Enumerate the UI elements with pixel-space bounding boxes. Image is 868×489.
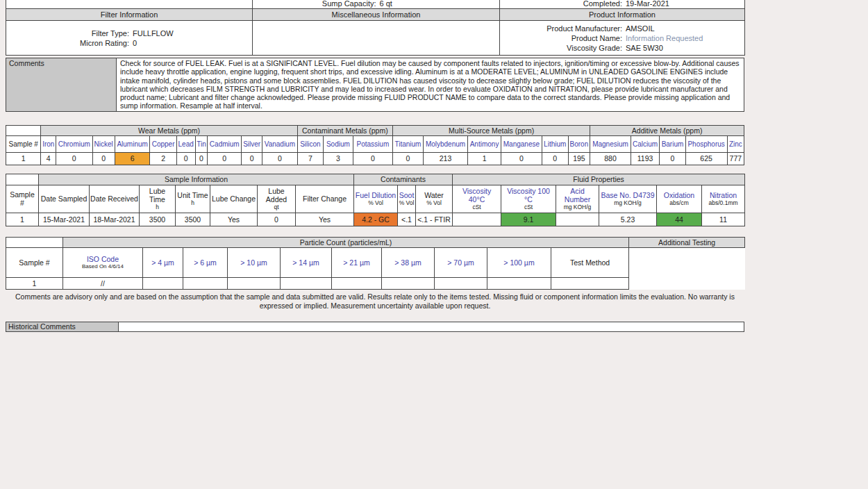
value-water: <.1 - FTIR <box>416 213 453 226</box>
section-filter-information: Filter Information <box>6 9 253 21</box>
product-info-cell: Product Manufacturer:AMSOIL Product Name… <box>500 21 745 56</box>
section-miscellaneous-information: Miscellaneous Information <box>253 9 500 21</box>
group-wear-metals: Wear Metals (ppm) <box>41 125 297 135</box>
micron-rating-value: 0 <box>129 38 251 48</box>
value-silicon: 7 <box>297 152 323 165</box>
value-gt21um <box>332 277 382 289</box>
col-gt4um: > 4 µm <box>143 247 183 277</box>
col-zinc: Zinc <box>727 135 744 152</box>
sample-number-header: Sample # <box>6 247 63 277</box>
value-viscosity-40 <box>453 213 501 226</box>
additional-testing-area <box>629 247 745 289</box>
table-row: Filter Information Miscellaneous Informa… <box>6 9 745 21</box>
group-fluid-properties: Fluid Properties <box>453 174 745 185</box>
col-nickel: Nickel <box>92 135 115 152</box>
particle-count-table: Particle Count (particles/mL) Additional… <box>6 237 745 290</box>
historical-comments-value <box>119 322 744 331</box>
col-lead: Lead <box>176 135 195 152</box>
product-manufacturer-label: Product Manufacturer: <box>501 24 622 33</box>
filter-info-cell: Filter Type:FULLFLOW Micron Rating:0 <box>6 21 253 56</box>
value-zinc: 777 <box>727 152 744 165</box>
sample-number-value: 1 <box>6 277 63 289</box>
value-lead: 0 <box>176 152 195 165</box>
col-barium: Barium <box>660 135 685 152</box>
col-gt6um: > 6 µm <box>183 247 228 277</box>
value-lithium: 0 <box>542 152 568 165</box>
disclaimer-text: Comments are advisory only and are based… <box>6 292 744 310</box>
value-molybdenum: 213 <box>423 152 467 165</box>
table-row: 1 4 0 0 6 2 0 0 0 0 0 7 3 0 0 213 1 0 0 … <box>6 152 744 165</box>
value-lube-change: Yes <box>210 213 258 226</box>
sample-number-header: Sample # <box>6 185 39 213</box>
group-sample-information: Sample Information <box>39 174 354 185</box>
col-nitration: Nitrationabs/0.1mm <box>702 185 745 213</box>
completed-cell: Completed:19-Mar-2021 <box>500 0 745 9</box>
col-lube-added: Lube Addedqt <box>258 185 296 213</box>
col-silver: Silver <box>242 135 262 152</box>
product-name-value: Information Requested <box>622 33 743 43</box>
col-chromium: Chromium <box>56 135 92 152</box>
col-lube-time: Lube Timeh <box>140 185 176 213</box>
col-phosphorus: Phosphorus <box>685 135 727 152</box>
col-magnesium: Magnesium <box>590 135 631 152</box>
value-gt6um <box>183 277 228 289</box>
product-name-label: Product Name: <box>501 33 622 43</box>
value-fuel-dilution: 4.2 - GC <box>354 213 398 226</box>
historical-comments-section: Historical Comments <box>6 322 744 332</box>
value-oxidation: 44 <box>657 213 702 226</box>
sump-capacity-cell: Sump Capacity:6 qt <box>253 0 500 9</box>
table-row: Sample # Iron Chromium Nickel Aluminum C… <box>6 135 744 152</box>
value-gt4um <box>143 277 183 289</box>
col-fuel-dilution: Fuel Dilution% Vol <box>354 185 398 213</box>
value-manganese: 0 <box>501 152 542 165</box>
col-filter-change: Filter Change <box>296 185 354 213</box>
table-row: Wear Metals (ppm) Contaminant Metals (pp… <box>6 125 744 135</box>
col-iso-code: ISO CodeBased On 4/6/14 <box>63 247 143 277</box>
value-gt100um <box>487 277 551 289</box>
value-base-number: 5.23 <box>599 213 657 226</box>
col-date-sampled: Date Sampled <box>39 185 90 213</box>
col-date-received: Date Received <box>90 185 140 213</box>
table-row: Filter Type:FULLFLOW Micron Rating:0 Pro… <box>6 21 745 56</box>
col-base-number: Base No. D4739mg KOH/g <box>599 185 657 213</box>
col-titanium: Titanium <box>393 135 424 152</box>
col-manganese: Manganese <box>501 135 542 152</box>
product-manufacturer-value: AMSOIL <box>622 24 743 33</box>
value-calcium: 1193 <box>631 152 660 165</box>
col-gt21um: > 21 µm <box>332 247 382 277</box>
completed-value: 19-Mar-2021 <box>622 0 744 8</box>
col-unit-time: Unit Timeh <box>176 185 210 213</box>
empty-cell <box>6 174 39 185</box>
viscosity-grade-value: SAE 5W30 <box>622 43 743 53</box>
value-barium: 0 <box>660 152 685 165</box>
value-titanium: 0 <box>393 152 424 165</box>
value-gt10um <box>228 277 281 289</box>
col-sodium: Sodium <box>324 135 353 152</box>
value-boron: 195 <box>568 152 590 165</box>
completed-label: Completed: <box>500 0 622 8</box>
value-soot: <.1 <box>398 213 416 226</box>
oil-analysis-report-page: Sump Capacity:6 qt Completed:19-Mar-2021… <box>0 0 868 489</box>
col-gt70um: > 70 µm <box>435 247 487 277</box>
col-calcium: Calcium <box>631 135 660 152</box>
filter-type-label: Filter Type: <box>8 28 129 38</box>
col-tin: Tin <box>195 135 208 152</box>
value-gt38um <box>382 277 435 289</box>
comments-text: Check for source of FUEL LEAK. Fuel is a… <box>117 58 744 112</box>
table-row: Sample # Date Sampled Date Received Lube… <box>6 185 745 213</box>
group-contaminant-metals: Contaminant Metals (ppm) <box>297 125 392 135</box>
value-copper: 2 <box>150 152 176 165</box>
section-product-information: Product Information <box>500 9 745 21</box>
col-soot: Soot% Vol <box>398 185 416 213</box>
col-gt38um: > 38 µm <box>382 247 435 277</box>
value-tin: 0 <box>195 152 208 165</box>
value-unit-time: 3500 <box>176 213 210 226</box>
group-additive-metals: Additive Metals (ppm) <box>590 125 744 135</box>
col-vanadium: Vanadium <box>262 135 298 152</box>
filter-type-value: FULLFLOW <box>129 28 251 38</box>
table-row: Sample Information Contaminants Fluid Pr… <box>6 174 745 185</box>
col-iron: Iron <box>41 135 56 152</box>
value-gt70um <box>435 277 487 289</box>
table-row: Particle Count (particles/mL) Additional… <box>6 237 745 247</box>
sump-capacity-label: Sump Capacity: <box>253 0 376 8</box>
